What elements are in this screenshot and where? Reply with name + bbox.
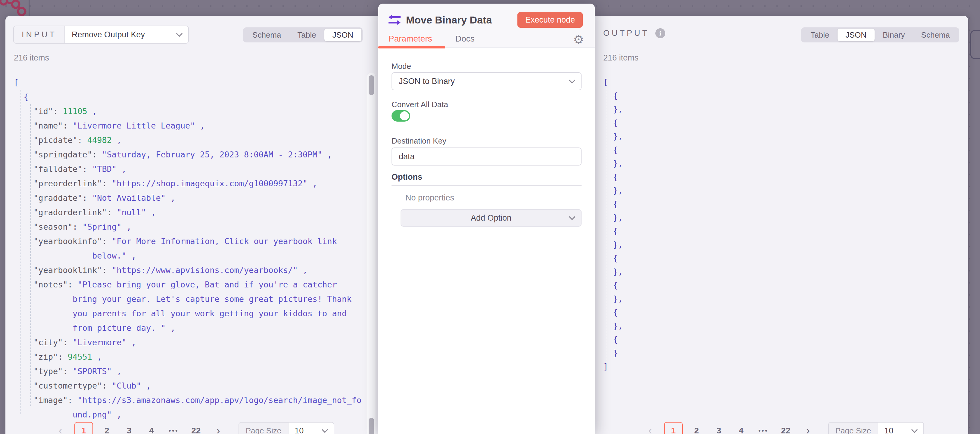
json-line: "city": "Livermore" , [14,335,361,350]
workflow-node-icon [0,0,36,17]
gear-icon[interactable]: ⚙ [573,33,584,46]
convert-all-data-toggle[interactable] [391,110,410,122]
canvas-connection-line [29,0,30,16]
output-tab-binary[interactable]: Binary [875,29,913,41]
json-line: { [603,116,623,130]
input-display-mode-tabs: SchemaTableJSON [243,27,363,43]
json-line: you parents for all your work getting yo… [14,306,361,321]
info-icon[interactable]: i [655,28,665,38]
input-page-1[interactable]: 1 [75,422,93,434]
output-page-3[interactable]: 3 [710,422,727,434]
output-tab-json[interactable]: JSON [838,29,875,41]
json-line: }, [603,319,623,333]
input-page-2[interactable]: 2 [99,422,115,434]
json-line: "name": "Livermore Little League" , [14,119,361,133]
json-line: "preorderlink": "https://shop.imagequix.… [14,176,361,191]
output-next-page-button[interactable]: › [800,422,816,434]
input-page-size-select[interactable]: Page Size10 [239,422,335,434]
output-page-22[interactable]: 22 [777,422,794,434]
active-tab-underline [378,46,445,49]
output-display-mode-tabs: TableJSONBinarySchema [801,27,959,43]
json-line: [ [14,75,361,90]
json-line: "season": "Spring" , [14,220,361,234]
json-line: "yearbooklink": "https://www.apvisions.c… [14,263,361,277]
json-line: below." , [14,249,361,263]
output-page-size-label: Page Size [829,423,878,434]
options-divider [391,185,582,186]
chevron-down-icon [176,30,183,37]
output-panel-label: OUTPUT [603,29,649,38]
json-line: }, [603,184,623,197]
modal-tabs: Parameters Docs ⚙ [378,30,595,47]
input-page-4[interactable]: 4 [143,422,160,434]
output-page-4[interactable]: 4 [733,422,749,434]
input-page-3[interactable]: 3 [121,422,138,434]
execute-node-button[interactable]: Execute node [517,12,583,28]
destination-key-input[interactable]: data [391,147,582,166]
options-section-label: Options [391,173,422,182]
input-tab-schema[interactable]: Schema [244,29,289,41]
node-title: Move Binary Data [406,14,492,26]
input-tab-table[interactable]: Table [290,29,325,41]
chevron-down-icon [569,214,575,220]
output-tab-schema[interactable]: Schema [913,29,958,41]
json-line: { [603,170,623,184]
json-line: { [603,279,623,292]
json-line: "picdate": 44982 , [14,133,361,147]
chevron-down-icon [569,77,575,83]
input-more-pages[interactable]: ••• [165,422,182,434]
output-pagination: ‹1234•••22›Page Size10 [595,422,968,434]
input-page-size-label: Page Size [239,423,289,434]
output-json-view: [ { }, { }, { }, { }, { }, { }, { }, { }… [603,75,623,373]
json-line: from picture day. " , [14,321,361,335]
output-page-size-select[interactable]: Page Size10 [828,422,924,434]
json-line: "zip": 94551 , [14,350,361,364]
json-line: { [603,197,623,211]
json-line: }, [603,157,623,170]
output-panel: OUTPUT i TableJSONBinarySchema 216 items… [595,16,968,434]
output-prev-page-button[interactable]: ‹ [642,422,659,434]
input-scrollbar-thumb[interactable] [369,75,374,95]
input-tab-json[interactable]: JSON [325,29,361,41]
convert-all-data-label: Convert All Data [391,100,448,109]
node-settings-modal: Move Binary Data Execute node Parameters… [378,4,595,434]
json-line: { [603,251,623,265]
move-binary-data-node-icon [388,14,401,25]
json-line: { [603,333,623,346]
input-page-22[interactable]: 22 [188,422,205,434]
add-option-button[interactable]: Add Option [401,209,582,227]
json-line: }, [603,292,623,306]
json-line: }, [603,238,623,251]
json-line: { [603,143,623,157]
output-page-2[interactable]: 2 [688,422,705,434]
json-line: "type": "SPORTS" , [14,364,361,379]
json-line: "gradorderlink": "null" , [14,205,361,220]
mode-label: Mode [391,62,411,71]
input-pagination: ‹1234•••22›Page Size10 [5,422,378,434]
json-line: "springdate": "Saturday, February 25, 20… [14,147,361,162]
output-page-1[interactable]: 1 [664,422,683,434]
tab-parameters[interactable]: Parameters [388,34,432,44]
json-line: "notes": "Please bring your glove, Bat a… [14,277,361,292]
input-next-page-button[interactable]: › [210,422,227,434]
mode-select[interactable]: JSON to Binary [391,72,582,90]
input-prev-page-button[interactable]: ‹ [52,422,69,434]
input-run-selector[interactable]: INPUT Remove Output Key [13,25,189,44]
json-line: ] [603,360,623,373]
output-items-count: 216 items [603,53,638,63]
input-panel: INPUT Remove Output Key SchemaTableJSON … [5,16,378,434]
output-tab-table[interactable]: Table [802,29,837,41]
tab-docs[interactable]: Docs [455,34,475,44]
json-line: { [603,224,623,238]
options-empty-text: No properties [406,193,454,203]
json-line: { [603,89,623,102]
input-run-selector-value[interactable]: Remove Output Key [65,26,188,43]
chevron-down-icon [912,426,918,433]
output-more-pages[interactable]: ••• [755,422,772,434]
input-scrollbar-track[interactable] [367,73,376,434]
json-line: "yearbookinfo": "For More Information, C… [14,234,361,249]
json-line: bring your gear. Let's capture some grea… [14,292,361,306]
chevron-down-icon [321,426,328,433]
json-line: }, [603,211,623,224]
modal-header: Move Binary Data Execute node Parameters… [378,4,595,48]
